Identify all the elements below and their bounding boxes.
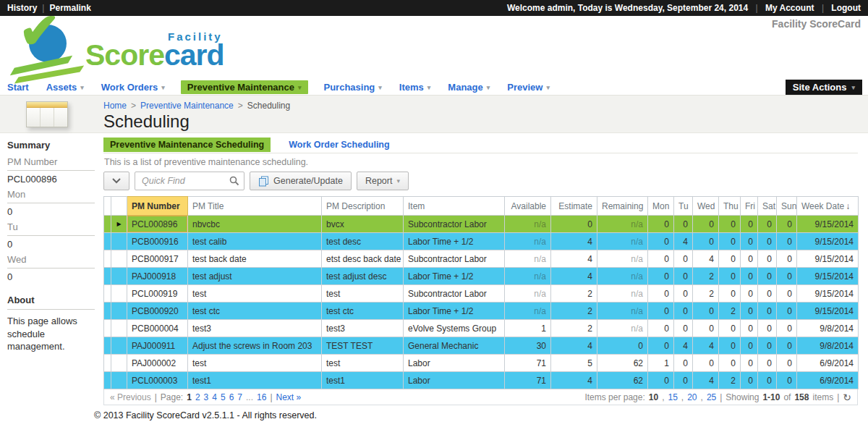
column-header-estimate[interactable]: Estimate: [551, 197, 597, 216]
page-number-link[interactable]: 7: [237, 392, 242, 402]
column-header-wed[interactable]: Wed: [693, 197, 719, 216]
logout-link[interactable]: Logout: [831, 3, 861, 13]
column-header-fri[interactable]: Fri: [741, 197, 758, 216]
cell-tu: 0: [674, 320, 693, 337]
table-row[interactable]: PCB000004test3test3eVolve Systems Group1…: [104, 320, 859, 337]
cell-fri: 0: [741, 216, 758, 233]
nav-item-work-orders[interactable]: Work Orders▾: [100, 80, 166, 94]
cell-sat: 0: [758, 233, 777, 250]
cell-available: n/a: [505, 216, 551, 233]
sidebar-field-label: PM Number: [7, 154, 95, 171]
nav-item-preview[interactable]: Preview▾: [506, 80, 551, 94]
row-arrow-cell: [111, 233, 127, 250]
cell-mon: 0: [648, 372, 674, 389]
column-header-thu[interactable]: Thu: [719, 197, 741, 216]
column-header-pm_title[interactable]: PM Title: [188, 197, 322, 216]
page-number-link[interactable]: 2: [195, 392, 200, 402]
column-header-mon[interactable]: Mon: [648, 197, 674, 216]
page-number-link[interactable]: 3: [204, 392, 209, 402]
column-header-sat[interactable]: Sat: [758, 197, 777, 216]
brand-title: Facility ScoreCard: [772, 18, 861, 30]
column-header-sun[interactable]: Sun: [777, 197, 797, 216]
cell-remaining: n/a: [597, 268, 648, 285]
breadcrumb-link[interactable]: Home: [103, 101, 127, 111]
generate-update-button[interactable]: Generate/Update: [250, 172, 352, 190]
table-row[interactable]: PAJ000911Adjust the screws in Room 203TE…: [104, 337, 859, 355]
table-row[interactable]: PCL000919testtestSubcontractor Laborn/a2…: [104, 285, 859, 303]
cell-tu: 0: [674, 250, 693, 268]
chevron-down-icon: ▾: [851, 84, 855, 91]
column-header-item[interactable]: Item: [404, 197, 505, 216]
table-row[interactable]: PAJ000002testtestLabor7156210000006/9/20…: [104, 355, 859, 372]
cell-fri: 0: [741, 250, 758, 268]
cell-fri: 0: [741, 320, 758, 337]
per-page-link[interactable]: 25: [707, 392, 716, 402]
row-indicator-cell: [104, 355, 111, 372]
nav-item-preventive-maintenance[interactable]: Preventive Maintenance▾: [181, 80, 308, 94]
page-label: Page:: [161, 392, 183, 402]
sidebar-field-value: 0: [7, 236, 95, 252]
table-row[interactable]: ▶PCL000896nbvcbcbvcxSubcontractor Laborn…: [104, 216, 859, 233]
divider: |: [720, 392, 722, 402]
cell-pm_title: test3: [188, 320, 322, 337]
nav-item-purchasing[interactable]: Purchasing▾: [323, 80, 383, 94]
cell-remaining: n/a: [597, 285, 648, 303]
refresh-icon[interactable]: ↻: [843, 392, 851, 402]
page-number-link[interactable]: 5: [221, 392, 226, 402]
cell-estimate: 4: [551, 233, 597, 250]
nav-item-assets[interactable]: Assets▾: [45, 80, 85, 94]
column-header-tu[interactable]: Tu: [674, 197, 693, 216]
per-page-link[interactable]: 20: [687, 392, 697, 402]
cell-fri: 0: [741, 285, 758, 303]
cell-tu: 0: [674, 355, 693, 372]
table-body: ▶PCL000896nbvcbcbvcxSubcontractor Laborn…: [104, 216, 859, 389]
column-header-week_date[interactable]: Week Date↓: [797, 197, 859, 216]
filter-dropdown-button[interactable]: [103, 172, 129, 190]
table-row[interactable]: PCB000916test calibtest descLabor Time +…: [104, 233, 859, 250]
my-account-link[interactable]: My Account: [765, 3, 814, 13]
column-header-available[interactable]: Available: [505, 197, 551, 216]
nav-items: StartAssets▾Work Orders▾Preventive Maint…: [6, 80, 551, 94]
site-actions-button[interactable]: Site Actions ▾: [786, 80, 862, 95]
nav-item-manage[interactable]: Manage▾: [446, 80, 491, 94]
divider: |: [270, 392, 272, 402]
cell-fri: 0: [741, 303, 758, 320]
breadcrumb-link[interactable]: Preventive Maintenance: [140, 101, 234, 111]
cell-sun: 0: [777, 303, 797, 320]
search-icon[interactable]: [229, 176, 239, 186]
sidebar-summary-heading: Summary: [7, 140, 95, 151]
table-row[interactable]: PCL000003test1test1Labor7146200420006/9/…: [104, 372, 859, 389]
table-row[interactable]: PCB000920test ctctest ctcLabor Time + 1/…: [104, 303, 859, 320]
tab-preventive-maintenance-scheduling[interactable]: Preventive Maintenance Scheduling: [103, 138, 271, 152]
page-number-link[interactable]: 4: [212, 392, 217, 402]
page-number-link[interactable]: 6: [229, 392, 234, 402]
cell-wed: 0: [693, 233, 719, 250]
column-header-pm_description[interactable]: PM Description: [322, 197, 404, 216]
row-indicator-cell: [104, 233, 111, 250]
welcome-text: Welcome admin, Today is Wednesday, Septe…: [507, 3, 748, 13]
per-page-link[interactable]: 15: [668, 392, 677, 402]
table-row[interactable]: PAJ000918test adjusttest adjust descLabo…: [104, 268, 859, 285]
sidebar-field-label: Wed: [7, 252, 95, 269]
table-row[interactable]: PCB000917test back dateetst desc back da…: [104, 250, 859, 268]
page-size-area: Items per page:10,15,20,25|Showing1-10of…: [584, 392, 851, 402]
page-number-link[interactable]: 16: [257, 392, 266, 402]
quick-find-input[interactable]: [135, 172, 244, 190]
column-header-pm_number[interactable]: PM Number: [127, 197, 188, 216]
tab-work-order-scheduling[interactable]: Work Order Scheduling: [282, 138, 396, 152]
top-utility-bar: History | Permalink Welcome admin, Today…: [0, 0, 868, 16]
cell-pm_title: test calib: [188, 233, 322, 250]
cell-tu: 0: [674, 285, 693, 303]
window-icon: [26, 101, 68, 127]
previous-page-link[interactable]: « Previous: [110, 392, 151, 402]
copyright-text: © 2013 Facility ScoreCard v2.5.1.1 - All…: [94, 410, 317, 420]
title-band: Home>Preventive Maintenance>Scheduling S…: [0, 96, 868, 133]
report-button[interactable]: Report ▾: [357, 172, 409, 190]
page-title: Scheduling: [103, 111, 290, 132]
column-header-remaining[interactable]: Remaining: [597, 197, 648, 216]
row-indicator-cell: [104, 285, 111, 303]
nav-item-items[interactable]: Items▾: [398, 80, 433, 94]
page-number-current: 1: [187, 392, 192, 402]
next-page-link[interactable]: Next »: [276, 392, 302, 402]
logo[interactable]: ✔ Scorecard Facility: [10, 17, 249, 80]
